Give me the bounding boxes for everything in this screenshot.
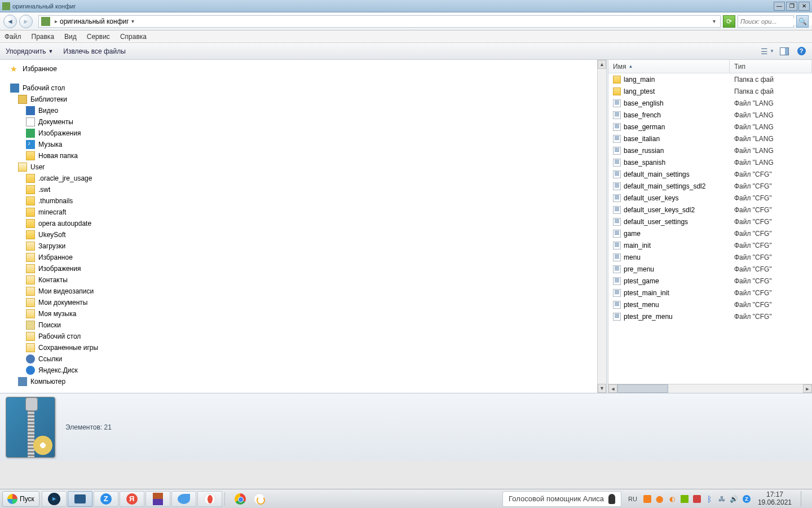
file-row[interactable]: default_main_settingsФайл "CFG" [608,168,812,180]
tree-ukeysoft[interactable]: UkeySoft [0,229,606,240]
tray-zona-icon[interactable]: Z [742,494,751,503]
alice-assistant-box[interactable]: Голосовой помощник Алиса [502,491,621,507]
tree-opera[interactable]: opera autoupdate [0,218,606,229]
tree-yandexdisk[interactable]: Яндекс.Диск [0,365,606,376]
tree-newfolder[interactable]: Новая папка [0,150,606,161]
forward-button[interactable]: ► [19,15,33,28]
file-row[interactable]: ptest_main_initФайл "CFG" [608,287,812,299]
menu-file[interactable]: Файл [5,33,21,41]
column-header-name[interactable]: Имя ▲ [608,60,730,73]
scroll-track[interactable] [617,384,803,393]
file-row[interactable]: lang_mainПапка с фай [608,73,812,85]
tree-desktop[interactable]: Рабочий стол [0,82,606,94]
tree-myvideo[interactable]: Мои видеозаписи [0,286,606,297]
tree-scrollbar[interactable]: ▲ ▼ [597,60,606,393]
file-row[interactable]: base_englishФайл "LANG [608,97,812,109]
file-row[interactable]: lang_ptestПапка с фай [608,85,812,97]
file-row[interactable]: ptest_menuФайл "CFG" [608,299,812,310]
tree-links[interactable]: Ссылки [0,353,606,365]
tree-music[interactable]: Музыка [0,139,606,150]
taskbar-winrar[interactable] [145,491,170,507]
chevron-down-icon[interactable]: ▾ [131,18,134,24]
path-segment[interactable]: оригинальный конфиг [60,17,129,25]
tray-punto-icon[interactable] [692,494,701,503]
tree-documents[interactable]: Документы [0,116,606,128]
refresh-button[interactable]: ⟳ [723,15,735,28]
minimize-button[interactable]: — [774,2,785,11]
tree-minecraft[interactable]: minecraft [0,207,606,218]
tree-favorites2[interactable]: Избранное [0,252,606,263]
taskbar-zona[interactable]: Z [94,491,118,507]
file-row[interactable]: pre_menuФайл "CFG" [608,263,812,275]
taskbar-opera[interactable] [197,491,222,507]
menu-edit[interactable]: Правка [32,33,55,41]
tree-swt[interactable]: .swt [0,184,606,195]
file-row[interactable]: gameФайл "CFG" [608,227,812,239]
tree-video[interactable]: Видео [0,105,606,116]
tree-mymusic[interactable]: Моя музыка [0,308,606,319]
scroll-left-button[interactable]: ◄ [608,384,617,393]
tree-searches[interactable]: Поиски [0,319,606,331]
file-row[interactable]: menuФайл "CFG" [608,251,812,263]
language-indicator[interactable]: RU [626,496,639,502]
help-button[interactable]: ? [796,46,806,56]
horizontal-scrollbar[interactable]: ◄ ► [608,384,812,393]
address-bar[interactable]: ▸ оригинальный конфиг ▾ ▾ [38,15,721,28]
file-row[interactable]: default_user_keysФайл "CFG" [608,192,812,204]
start-button[interactable]: Пуск [2,491,39,507]
taskbar-dolphin[interactable] [171,491,196,507]
file-row[interactable]: default_user_settingsФайл "CFG" [608,216,812,227]
tree-libraries[interactable]: Библиотеки [0,94,606,105]
taskbar-yandex[interactable]: Я [120,491,144,507]
tree-mydocs[interactable]: Мои документы [0,297,606,308]
scroll-thumb[interactable] [617,384,668,393]
tray-nvidia-icon[interactable] [680,494,689,503]
organize-button[interactable]: Упорядочить ▼ [6,47,53,55]
extract-all-button[interactable]: Извлечь все файлы [63,47,125,55]
file-row[interactable]: default_user_keys_sdl2Файл "CFG" [608,204,812,216]
history-dropdown-icon[interactable]: ▾ [713,18,716,24]
scroll-down-button[interactable]: ▼ [598,384,606,393]
scroll-right-button[interactable]: ► [803,384,812,393]
tree-savedgames[interactable]: Сохраненные игры [0,342,606,353]
tray-ok-icon[interactable] [643,494,652,503]
file-row[interactable]: base_frenchФайл "LANG [608,109,812,121]
file-row[interactable]: base_germanФайл "LANG [608,121,812,133]
file-row[interactable]: base_spanishФайл "LANG [608,156,812,168]
back-button[interactable]: ◄ [3,15,17,28]
tree-thumbnails[interactable]: .thumbnails [0,195,606,207]
file-row[interactable]: main_initФайл "CFG" [608,239,812,251]
tree-desktop2[interactable]: Рабочий стол [0,331,606,342]
tree-user[interactable]: User [0,161,606,173]
file-row[interactable]: base_italianФайл "LANG [608,133,812,144]
file-row[interactable]: base_russianФайл "LANG [608,144,812,156]
tray-av-icon[interactable]: ⬤ [655,494,664,503]
menu-service[interactable]: Сервис [87,33,110,41]
close-button[interactable]: ✕ [798,2,810,11]
search-button[interactable]: 🔍 [796,15,809,28]
view-mode-button[interactable]: ☰▼ [762,46,773,56]
show-desktop-button[interactable] [801,491,806,507]
tray-sound-icon[interactable]: 🔊 [730,494,739,503]
taskbar-browser2[interactable] [250,491,268,507]
preview-pane-button[interactable] [779,46,789,56]
tree-downloads[interactable]: Загрузки [0,240,606,252]
tree-pictures[interactable]: Изображения [0,128,606,139]
taskbar-wmp[interactable] [42,491,67,507]
tray-network-icon[interactable]: 🖧 [717,494,726,503]
file-row[interactable]: ptest_gameФайл "CFG" [608,275,812,287]
scroll-up-button[interactable]: ▲ [598,60,606,69]
file-row[interactable]: default_main_settings_sdl2Файл "CFG" [608,180,812,192]
search-box[interactable] [738,15,794,28]
menu-help[interactable]: Справка [120,33,147,41]
column-header-type[interactable]: Тип [730,60,812,73]
maximize-button[interactable]: ❐ [786,2,797,11]
menu-view[interactable]: Вид [64,33,77,41]
taskbar-chrome[interactable] [231,491,249,507]
tree-oracle[interactable]: .oracle_jre_usage [0,173,606,184]
tree-computer[interactable]: Компьютер [0,376,606,387]
tray-clock[interactable]: 17:17 19.06.2021 [754,491,795,506]
taskbar-explorer[interactable] [68,491,92,507]
file-row[interactable]: ptest_pre_menuФайл "CFG" [608,310,812,322]
tree-pictures2[interactable]: Изображения [0,263,606,274]
